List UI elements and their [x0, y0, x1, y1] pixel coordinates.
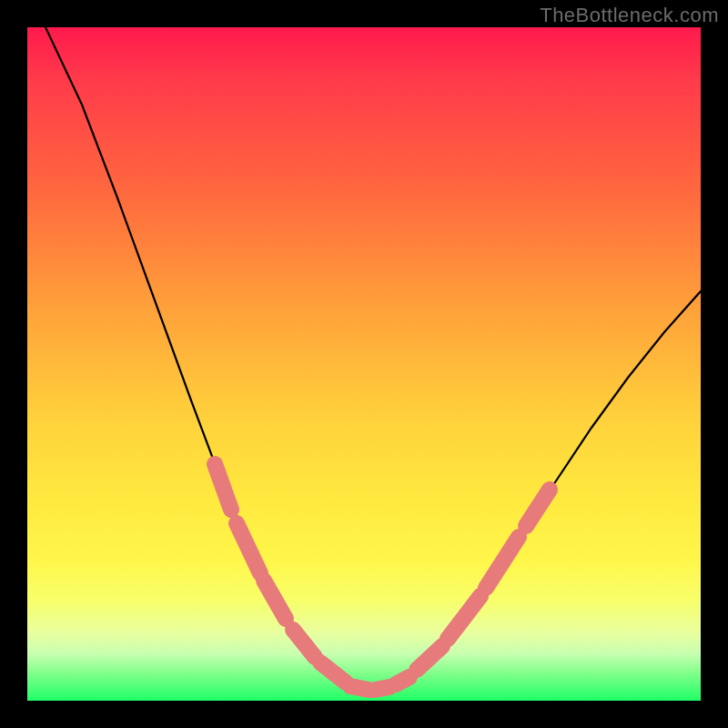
plot-area	[27, 27, 701, 701]
chart-frame	[27, 27, 701, 701]
watermark-text: TheBottleneck.com	[540, 4, 719, 27]
gradient-background	[27, 27, 701, 701]
